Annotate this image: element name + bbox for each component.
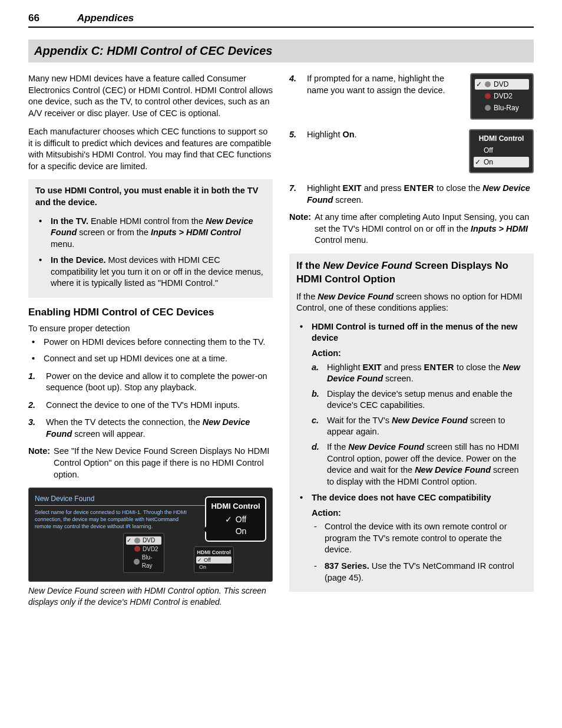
cond2-dash-2: 837 Series. Use the TV's NetCommand IR c… xyxy=(312,561,527,584)
cond2-dash-1: Control the device with its own remote c… xyxy=(312,521,527,556)
hdmi-control-box: HDMI Control Off ✓On xyxy=(469,129,534,174)
box-bullet-tv: In the TV. Enable HDMI control from the … xyxy=(35,216,266,251)
cond-1: HDMI Control is turned off in the menus … xyxy=(296,321,527,487)
step-3: 3.When the TV detects the connection, th… xyxy=(28,417,273,440)
right-note: Note: At any time after completing Auto … xyxy=(289,212,534,246)
step-1: 1.Power on the device and allow it to co… xyxy=(28,371,273,394)
new-device-found-screenshot: New Device Found Select name for device … xyxy=(28,487,273,582)
no-hdmi-intro: If the New Device Found screen shows no … xyxy=(296,291,527,314)
box-lead: To use HDMI Control, you must enable it … xyxy=(35,185,266,208)
right-column: 4. If prompted for a name, highlight the… xyxy=(289,73,534,615)
shot-desc: Select name for device connected to HDMI… xyxy=(35,509,188,530)
section-name: Appendices xyxy=(77,12,134,24)
ensure-text: To ensure proper detection xyxy=(28,323,273,335)
action-b: b.Display the device's setup menus and e… xyxy=(312,388,527,411)
step-5-row: 5. Highlight On. HDMI Control Off ✓On xyxy=(289,129,534,174)
content-columns: Many new HDMI devices have a feature cal… xyxy=(28,73,534,615)
screenshot-caption: New Device Found screen with HDMI Contro… xyxy=(28,585,273,608)
left-column: Many new HDMI devices have a feature cal… xyxy=(28,73,273,615)
step-2: 2.Connect the device to one of the TV's … xyxy=(28,400,273,411)
shot-hdmi-small: HDMI Control ✓Off On xyxy=(194,546,234,573)
cond-2: The device does not have CEC compatibili… xyxy=(296,492,527,584)
action-a: a.Highlight EXIT and press ENTER to clos… xyxy=(312,362,527,385)
no-hdmi-heading: If the New Device Found Screen Displays … xyxy=(296,259,527,286)
ensure-bullet-1: Power on HDMI devices before connecting … xyxy=(28,337,273,348)
appendix-title-bar: Appendix C: HDMI Control of CEC Devices xyxy=(28,39,534,62)
intro-para-2: Each manufacturer chooses which CEC func… xyxy=(28,126,273,172)
enable-heading: Enabling HDMI Control of CEC Devices xyxy=(28,306,273,319)
shot-hdmi-callout: HDMI Control ✓Off ✓On xyxy=(205,496,266,542)
page-header: 66 Appendices xyxy=(28,12,534,28)
appendix-title: Appendix C: HDMI Control of CEC Devices xyxy=(34,44,272,57)
box-bullet-device: In the Device. Most devices with HDMI CE… xyxy=(35,255,266,289)
device-name-box: ✓DVD DVD2 Blu-Ray xyxy=(470,73,534,120)
no-hdmi-option-box: If the New Device Found Screen Displays … xyxy=(289,253,534,592)
left-note: Note: See "If the New Device Found Scree… xyxy=(28,446,273,480)
enable-both-box: To use HDMI Control, you must enable it … xyxy=(28,179,273,298)
page-number: 66 xyxy=(28,12,39,25)
step-4-row: 4. If prompted for a name, highlight the… xyxy=(289,73,534,120)
step-7: 7. Highlight EXIT and press ENTER to clo… xyxy=(289,183,534,206)
action-c: c.Wait for the TV's New Device Found scr… xyxy=(312,415,527,438)
action-d: d.If the New Device Found screen still h… xyxy=(312,442,527,487)
intro-para-1: Many new HDMI devices have a feature cal… xyxy=(28,73,273,119)
shot-device-list: ✓DVD DVD2 Blu-Ray xyxy=(123,533,164,573)
ensure-bullet-2: Connect and set up HDMI devices one at a… xyxy=(28,353,273,365)
